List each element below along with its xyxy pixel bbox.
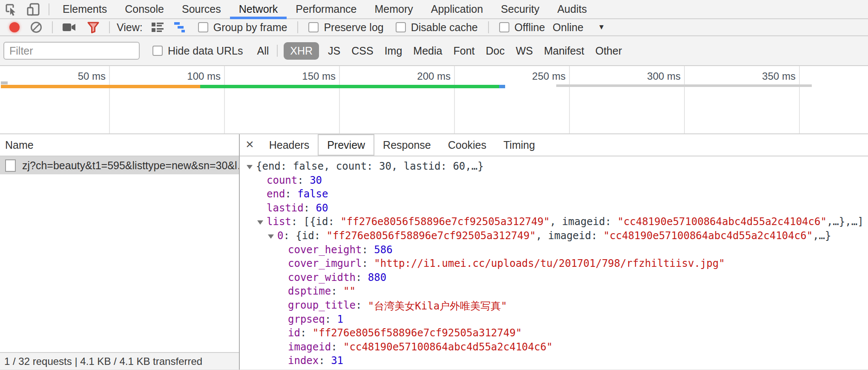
json-preview-tree: {end: false, count: 30, lastid: 60,…}cou…	[240, 156, 868, 370]
preserve-log-checkbox[interactable]	[308, 22, 319, 32]
inspect-element-button[interactable]	[0, 0, 22, 18]
chevron-down-icon: ▼	[598, 23, 605, 32]
filter-type-all[interactable]: All	[257, 45, 269, 57]
tab-memory[interactable]: Memory	[365, 0, 422, 18]
throttling-dropdown[interactable]: Online ▼	[553, 21, 605, 34]
tree-segment-plain: :	[297, 174, 310, 186]
tree-segment-plain: :	[362, 244, 374, 256]
filter-type-doc[interactable]: Doc	[486, 45, 504, 57]
tree-segment-num: 30	[310, 174, 322, 186]
tree-segment-str: "ff276e8056f58896e7cf92505a312749"	[313, 327, 522, 339]
filter-input[interactable]	[3, 42, 140, 60]
clear-button[interactable]	[30, 21, 43, 34]
request-row[interactable]: zj?ch=beauty&t1=595&listtype=new&sn=30&l…	[0, 156, 239, 174]
screenshot-button[interactable]	[62, 22, 77, 33]
offline-label: Offline	[514, 21, 545, 34]
tree-segment-num: 1	[337, 313, 343, 325]
tree-segment-plain: : [{id:	[291, 216, 341, 228]
tree-row: index: 31	[240, 355, 868, 369]
filter-type-js[interactable]: JS	[328, 45, 340, 57]
tab-performance[interactable]: Performance	[287, 0, 365, 18]
hide-data-urls-label: Hide data URLs	[168, 45, 243, 57]
triangle-down-icon	[268, 234, 274, 239]
filter-button[interactable]	[87, 21, 100, 34]
tree-segment-key: index	[288, 355, 319, 367]
tab-sources[interactable]: Sources	[173, 0, 230, 18]
detail-tab-cookies[interactable]: Cookies	[440, 134, 495, 156]
tree-segment-key: grpseq	[288, 313, 325, 325]
filter-type-xhr[interactable]: XHR	[284, 42, 319, 60]
tree-segment-num: 60	[316, 202, 328, 214]
filter-type-css[interactable]: CSS	[351, 45, 373, 57]
group-by-frame-checkbox[interactable]	[198, 22, 208, 32]
devtools-tabbar-tabs: ElementsConsoleSourcesNetworkPerformance…	[54, 0, 596, 19]
network-toolbar: View:	[0, 19, 868, 36]
large-rows-toggle[interactable]	[151, 22, 164, 33]
tab-application[interactable]: Application	[422, 0, 492, 18]
status-bar: 1 / 32 requests | 4.1 KB / 4.1 KB transf…	[0, 352, 239, 370]
tab-network[interactable]: Network	[230, 0, 287, 18]
filter-type-ws[interactable]: WS	[516, 45, 533, 57]
offline-checkbox[interactable]	[499, 22, 509, 32]
tree-row: cover_height: 586	[240, 244, 868, 258]
tree-row: cover_imgurl: "http://i1.umei.cc/uploads…	[240, 257, 868, 272]
overview-waterfall-icon	[174, 22, 187, 33]
tree-row: lastid: 60	[240, 202, 868, 216]
filter-type-media[interactable]: Media	[413, 45, 442, 57]
timeline-gridline	[224, 66, 225, 133]
disable-cache-checkbox[interactable]	[396, 22, 406, 32]
clear-icon	[30, 21, 43, 34]
separator	[488, 21, 489, 33]
network-filterbar: Hide data URLs AllXHRJSCSSImgMediaFontDo…	[0, 36, 868, 66]
triangle-down-icon	[257, 220, 263, 225]
timeline-gridline	[339, 66, 340, 133]
offline-option: Offline	[499, 21, 545, 34]
detail-tab-preview[interactable]: Preview	[318, 134, 374, 156]
tab-console[interactable]: Console	[116, 0, 173, 18]
tree-row[interactable]: list: [{id: "ff276e8056f58896e7cf92505a3…	[240, 216, 868, 230]
filter-type-other[interactable]: Other	[595, 45, 622, 57]
detail-tab-headers[interactable]: Headers	[261, 134, 318, 156]
detail-tab-timing[interactable]: Timing	[495, 134, 543, 156]
filter-type-img[interactable]: Img	[385, 45, 402, 57]
tab-security[interactable]: Security	[492, 0, 548, 18]
tree-row: end: false	[240, 188, 868, 202]
tree-segment-plain: :	[331, 285, 343, 297]
tab-audits[interactable]: Audits	[548, 0, 595, 18]
timeline-tick-label: 150 ms	[267, 70, 336, 82]
throttling-value: Online	[553, 21, 583, 34]
separator	[277, 45, 278, 57]
file-icon	[5, 159, 16, 172]
timeline-tick-label: 250 ms	[497, 70, 566, 82]
hide-data-urls-checkbox[interactable]	[152, 46, 163, 56]
pending-line-gray	[556, 84, 812, 87]
tree-segment-plain: : {id:	[283, 230, 326, 242]
overview-toggle[interactable]	[174, 22, 187, 33]
tree-segment-plain: :	[300, 327, 313, 339]
name-column-header[interactable]: Name	[0, 134, 239, 156]
tree-segment-key: cover_height	[288, 244, 362, 256]
tree-segment-plain: :	[304, 202, 316, 214]
tree-segment-num: 880	[368, 272, 386, 283]
timeline-gridline	[569, 66, 570, 133]
device-toolbar-icon	[26, 2, 40, 17]
tree-row[interactable]: {end: false, count: 30, lastid: 60,…}	[240, 160, 868, 174]
network-overview[interactable]: 50 ms100 ms150 ms200 ms250 ms300 ms350 m…	[0, 66, 868, 134]
tree-segment-key: cover_width	[288, 272, 356, 283]
close-icon[interactable]: ×	[246, 136, 254, 152]
requests-panel: Name zj?ch=beauty&t1=595&listtype=new&sn…	[0, 134, 240, 370]
detail-tab-response[interactable]: Response	[374, 134, 440, 156]
separator	[109, 21, 110, 33]
tree-row: dsptime: ""	[240, 285, 868, 299]
filter-type-font[interactable]: Font	[453, 45, 474, 57]
record-button[interactable]	[9, 22, 20, 32]
timeline-tick-label: 100 ms	[152, 70, 221, 82]
device-toolbar-button[interactable]	[22, 0, 44, 18]
tree-segment-plain: :	[331, 341, 343, 353]
tab-elements[interactable]: Elements	[54, 0, 116, 18]
filter-type-manifest[interactable]: Manifest	[544, 45, 584, 57]
request-name: zj?ch=beauty&t1=595&listtype=new&sn=30&l…	[22, 159, 239, 172]
tree-segment-num: 586	[374, 244, 392, 256]
tree-row[interactable]: 0: {id: "ff276e8056f58896e7cf92505a31274…	[240, 230, 868, 244]
timeline-tick-label: 300 ms	[612, 70, 681, 82]
